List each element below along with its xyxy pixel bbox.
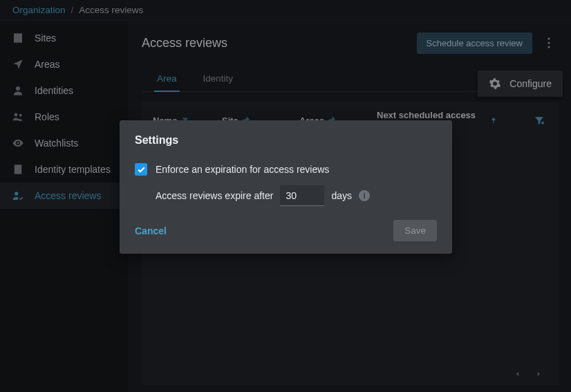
save-button[interactable]: Save [393, 220, 437, 241]
expire-days-input[interactable] [280, 185, 324, 206]
enforce-expiration-checkbox[interactable] [135, 163, 147, 176]
info-icon[interactable]: i [359, 190, 370, 201]
expire-after-label: Access reviews expire after [156, 190, 273, 201]
settings-modal: Settings Enforce an expiration for acces… [120, 120, 452, 254]
cancel-button[interactable]: Cancel [135, 225, 167, 236]
modal-title: Settings [135, 134, 437, 147]
enforce-expiration-label: Enforce an expiration for access reviews [156, 164, 329, 175]
expire-days-suffix: days [331, 190, 352, 201]
